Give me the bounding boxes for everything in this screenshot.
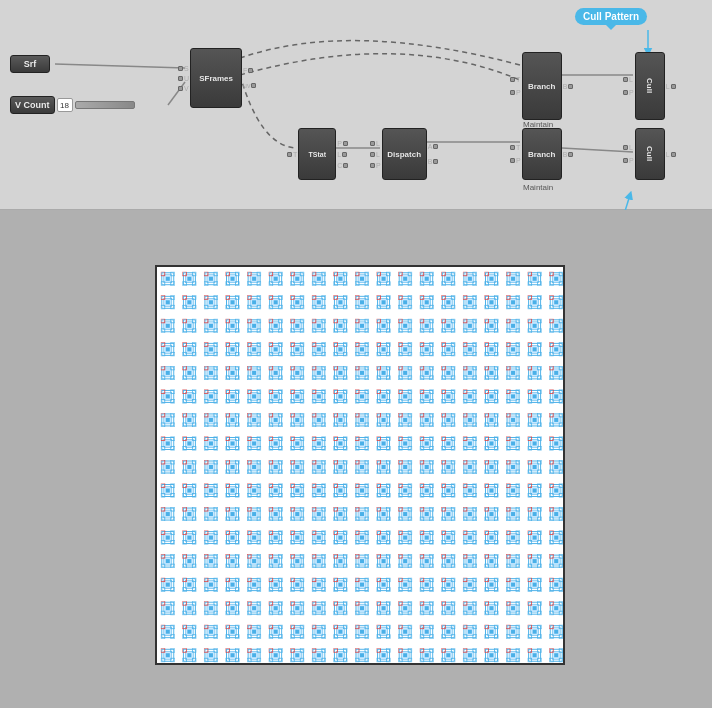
port-branch1-p-in[interactable] [510,90,515,95]
grid-icon [204,342,218,356]
port-tstat-l-out[interactable] [342,152,347,157]
grid-icon [355,413,369,427]
port-s-in[interactable] [178,66,183,71]
grid-icon [290,484,304,498]
grid-icon [269,625,283,639]
grid-icon [420,295,434,309]
grid-icon [420,531,434,545]
port-dispatch-l1-in[interactable] [370,141,375,146]
grid-icon [463,578,477,592]
grid-icon [290,625,304,639]
node-tstat[interactable]: TStat [298,128,336,180]
node-vcount-input[interactable]: 18 [57,98,73,112]
node-cull1[interactable]: Cull [635,52,665,120]
port-branch1-t-in[interactable] [510,77,515,82]
port-dispatch-b-out[interactable] [433,159,438,164]
grid-icon [312,578,326,592]
grid-icon [549,342,563,356]
port-branch2-t-in[interactable] [510,145,515,150]
grid-icon [333,366,347,380]
grid-icon [333,460,347,474]
grid-icon [441,413,455,427]
port-cull1-p-in[interactable] [623,90,628,95]
grid-icon [182,554,196,568]
node-sframes[interactable]: SFrames [190,48,242,108]
node-srf[interactable]: Srf [10,55,50,73]
grid-icon [182,272,196,286]
grid-icon [484,648,498,662]
grid-icon [204,554,218,568]
port-s-label: S [184,65,189,72]
port-cull2-l-out[interactable] [671,152,676,157]
port-cull1-l-out[interactable] [671,84,676,89]
grid-icon [226,413,240,427]
grid-icon [247,319,261,333]
grid-icon [420,601,434,615]
port-u-label: U [184,75,189,82]
node-branch1[interactable]: Branch [522,52,562,120]
node-branch2[interactable]: Branch [522,128,562,180]
port-cull2-p-in[interactable] [623,158,628,163]
grid-icon [420,366,434,380]
grid-icon [484,531,498,545]
port-f-out[interactable] [248,68,253,73]
grid-icon [161,554,175,568]
grid-icon [269,531,283,545]
port-uv-label: uv [243,82,250,89]
grid-icon [441,601,455,615]
port-branch1-b-out[interactable] [568,84,573,89]
node-dispatch[interactable]: Dispatch [382,128,427,180]
grid-icon [333,389,347,403]
grid-icon [182,389,196,403]
port-u-in[interactable] [178,76,183,81]
port-tstat-p-out[interactable] [343,141,348,146]
svg-line-7 [616,195,630,210]
node-vcount[interactable]: V Count 18 [10,96,135,114]
grid-icon [161,342,175,356]
grid-icon [269,578,283,592]
grid-icon [441,436,455,450]
node-graph-panel: Srf V Count 18 S U V SFrames [0,0,712,210]
grid-icon [355,295,369,309]
grid-icon [506,389,520,403]
grid-icon [528,436,542,450]
node-branch1-label: Branch [528,82,556,91]
grid-icon [333,554,347,568]
port-dispatch-a-out[interactable] [433,144,438,149]
grid-icon [398,295,412,309]
node-vcount-slider[interactable] [75,101,135,109]
grid-icon [549,366,563,380]
grid-icon [312,272,326,286]
grid-icon [398,389,412,403]
grid-icon [398,554,412,568]
grid-icon [441,389,455,403]
port-tstat-t-in[interactable] [287,152,292,157]
grid-icon [506,625,520,639]
grid-icon [528,460,542,474]
port-dispatch-l2-in[interactable] [370,152,375,157]
grid-icon [269,413,283,427]
port-dispatch-p-in[interactable] [370,163,375,168]
grid-icon [290,413,304,427]
grid-icon [182,531,196,545]
grid-icon [549,319,563,333]
grid-icon [528,272,542,286]
port-branch2-p-in[interactable] [510,158,515,163]
grid-icon [290,507,304,521]
port-branch2-b-out[interactable] [568,152,573,157]
port-v-in[interactable] [178,86,183,91]
grid-icon [528,507,542,521]
grid-icon [182,648,196,662]
port-cull1-l-in[interactable] [623,77,628,82]
grid-icon [269,460,283,474]
port-f-label: F [243,67,247,74]
node-cull2[interactable]: Cull [635,128,665,180]
port-cull2-l-in[interactable] [623,145,628,150]
grid-icon [247,366,261,380]
grid-icon [506,601,520,615]
grid-icon [204,436,218,450]
grid-icon [549,484,563,498]
grid-icon [226,601,240,615]
port-uv-out[interactable] [251,83,256,88]
port-tstat-c-out[interactable] [343,163,348,168]
